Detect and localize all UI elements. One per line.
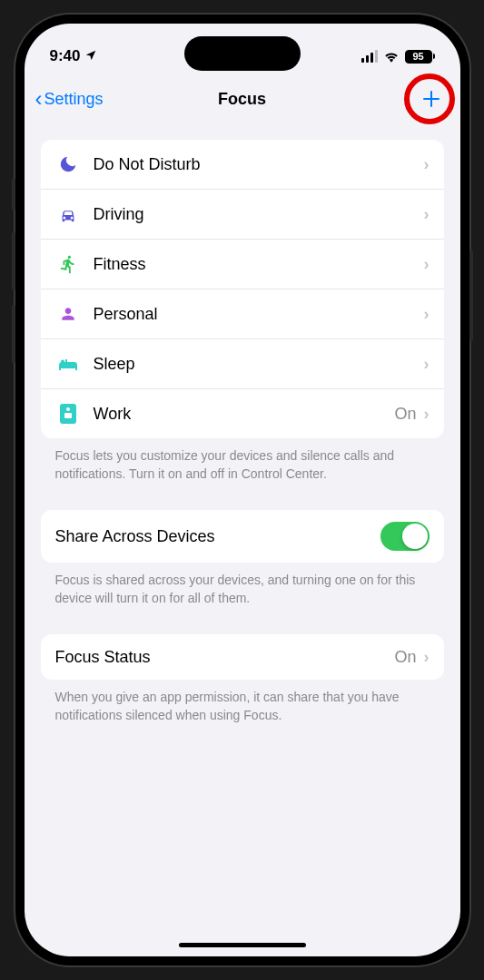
list-item-label: Work [94,405,395,424]
chevron-right-icon: › [424,405,430,424]
badge-icon [55,401,81,426]
list-item-value: On [394,405,416,424]
chevron-right-icon: › [424,355,430,374]
focus-description: Focus lets you customize your devices an… [41,438,444,492]
chevron-right-icon: › [424,155,430,174]
list-item-label: Focus Status [55,648,395,667]
car-icon [55,201,81,227]
dynamic-island [184,36,301,71]
cellular-signal-icon [361,50,378,63]
list-item-label: Fitness [94,255,424,274]
share-group: Share Across Devices [41,510,444,563]
iphone-frame: 9:40 95 [15,15,469,965]
chevron-right-icon: › [424,255,430,274]
location-icon [84,49,97,64]
page-title: Focus [218,90,266,109]
list-item-label: Sleep [94,355,424,374]
focus-mode-driving[interactable]: Driving › [41,190,444,240]
chevron-right-icon: › [424,648,430,667]
status-time: 9:40 [50,47,81,65]
focus-mode-personal[interactable]: Personal › [41,289,444,339]
focus-mode-do-not-disturb[interactable]: Do Not Disturb › [41,140,444,190]
focus-mode-sleep[interactable]: Sleep › [41,339,444,389]
list-item-value: On [394,648,416,667]
back-button[interactable]: ‹ Settings [35,86,104,112]
wifi-icon [383,50,400,63]
battery-icon: 95 [405,50,435,64]
plus-icon [420,88,442,110]
back-label: Settings [44,90,104,109]
list-item-label: Personal [94,305,424,324]
chevron-right-icon: › [424,305,430,324]
home-indicator[interactable] [179,943,306,947]
focus-mode-fitness[interactable]: Fitness › [41,240,444,289]
list-item-label: Driving [94,205,424,224]
chevron-right-icon: › [424,205,430,224]
share-across-devices-row[interactable]: Share Across Devices [41,510,444,563]
focus-modes-list: Do Not Disturb › Driving › Fitness › [41,140,444,438]
focus-status-description: When you give an app permission, it can … [41,680,444,733]
bed-icon [55,351,81,377]
running-icon [55,251,81,277]
navigation-bar: ‹ Settings Focus [25,76,460,122]
screen: 9:40 95 [25,24,460,956]
svg-point-1 [66,407,70,411]
focus-status-row[interactable]: Focus Status On › [41,634,444,680]
toggle-label: Share Across Devices [55,527,215,546]
share-description: Focus is shared across your devices, and… [41,563,444,616]
share-toggle[interactable] [380,522,430,551]
person-icon [55,301,81,327]
list-item-label: Do Not Disturb [94,155,424,174]
focus-mode-work[interactable]: Work On › [41,389,444,438]
focus-status-group: Focus Status On › [41,634,444,680]
moon-icon [55,152,81,177]
chevron-back-icon: ‹ [35,86,43,112]
svg-rect-2 [64,413,72,418]
add-button[interactable] [413,81,449,117]
